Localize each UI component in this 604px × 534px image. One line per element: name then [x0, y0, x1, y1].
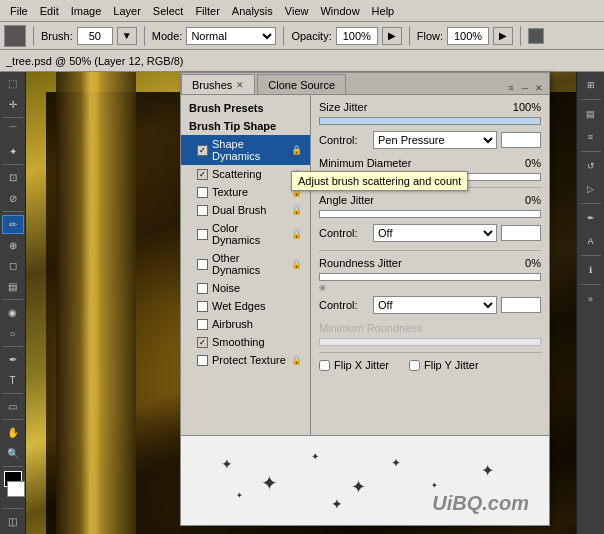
tool-magic-wand[interactable]: ✦	[2, 141, 24, 161]
brush-item-smoothing[interactable]: Smoothing	[181, 333, 310, 351]
flip-y-checkbox[interactable]	[409, 360, 420, 371]
checkbox-shape-dynamics[interactable]	[197, 145, 208, 156]
right-btn-history[interactable]: ↺	[580, 155, 602, 177]
mode-select[interactable]: Normal	[186, 27, 276, 45]
size-jitter-label: Size Jitter	[319, 101, 511, 113]
brush-tip-shape-header[interactable]: Brush Tip Shape	[181, 117, 310, 135]
control-input-3[interactable]	[501, 297, 541, 313]
checkbox-noise[interactable]	[197, 283, 208, 294]
checkbox-smoothing[interactable]	[197, 337, 208, 348]
star-3: ✦	[311, 451, 319, 462]
brush-item-shape-dynamics[interactable]: Shape Dynamics 🔒	[181, 135, 310, 165]
control-select-1[interactable]: Pen Pressure	[373, 131, 497, 149]
tool-dodge[interactable]: ○	[2, 323, 24, 343]
min-diameter-value: 0%	[511, 157, 541, 169]
file-title: _tree.psd @ 50% (Layer 12, RGB/8)	[6, 55, 183, 67]
flow-btn[interactable]: ▶	[493, 27, 513, 45]
menu-help[interactable]: Help	[366, 3, 401, 19]
angle-jitter-value: 0%	[511, 194, 541, 206]
tool-quickmask[interactable]: ◫	[2, 512, 24, 532]
control-input-1[interactable]	[501, 132, 541, 148]
tool-brush[interactable]: ✏	[2, 215, 24, 235]
flow-input[interactable]	[447, 27, 489, 45]
tool-text[interactable]: T	[2, 370, 24, 390]
right-btn-collapse[interactable]: »	[580, 288, 602, 310]
checkbox-airbrush[interactable]	[197, 319, 208, 330]
opacity-input[interactable]	[336, 27, 378, 45]
brush-item-scattering[interactable]: Scattering 🔒 Adjust brush scattering and…	[181, 165, 310, 183]
checkbox-protect-texture[interactable]	[197, 355, 208, 366]
brush-item-color-dynamics[interactable]: Color Dynamics 🔒	[181, 219, 310, 249]
right-btn-char[interactable]: A	[580, 230, 602, 252]
control-input-2[interactable]	[501, 225, 541, 241]
brush-item-airbrush[interactable]: Airbrush	[181, 315, 310, 333]
control-label-2: Control:	[319, 227, 369, 239]
menu-filter[interactable]: Filter	[189, 3, 225, 19]
brush-presets-header[interactable]: Brush Presets	[181, 99, 310, 117]
tool-crop[interactable]: ⊡	[2, 168, 24, 188]
lock-icon-color-dynamics: 🔒	[291, 229, 302, 239]
roundness-jitter-label: Roundness Jitter	[319, 257, 511, 269]
tab-brushes-close[interactable]: ✕	[236, 80, 244, 90]
right-btn-layers[interactable]: ▤	[580, 103, 602, 125]
panel-menu-icon[interactable]: ≡	[505, 82, 517, 94]
tool-lasso[interactable]: ⌒	[2, 121, 24, 141]
brush-item-protect-texture[interactable]: Protect Texture 🔒	[181, 351, 310, 369]
right-btn-info[interactable]: ℹ	[580, 259, 602, 281]
menu-view[interactable]: View	[279, 3, 315, 19]
size-jitter-row: Size Jitter 100%	[319, 101, 541, 113]
checkbox-dual-brush[interactable]	[197, 205, 208, 216]
brush-item-noise[interactable]: Noise	[181, 279, 310, 297]
tab-clone-source[interactable]: Clone Source	[257, 74, 346, 94]
tool-blur[interactable]: ◉	[2, 303, 24, 323]
tool-clone[interactable]: ⊕	[2, 235, 24, 255]
control-label-1: Control:	[319, 134, 369, 146]
opacity-btn[interactable]: ▶	[382, 27, 402, 45]
control-select-3[interactable]: Off	[373, 296, 497, 314]
toolbar: Brush: ▼ Mode: Normal Opacity: ▶ Flow: ▶	[0, 22, 604, 50]
brush-size-input[interactable]	[77, 27, 113, 45]
menu-window[interactable]: Window	[314, 3, 365, 19]
checkbox-color-dynamics[interactable]	[197, 229, 208, 240]
roundness-jitter-slider[interactable]	[319, 273, 541, 281]
airbrush-icon[interactable]	[528, 28, 544, 44]
brush-item-dual-brush[interactable]: Dual Brush 🔒	[181, 201, 310, 219]
checkbox-scattering[interactable]	[197, 169, 208, 180]
tool-move[interactable]: ✛	[2, 95, 24, 115]
checkbox-wet-edges[interactable]	[197, 301, 208, 312]
panel-close-icon[interactable]: ✕	[533, 82, 545, 94]
menu-edit[interactable]: Edit	[34, 3, 65, 19]
tool-eraser[interactable]: ◻	[2, 256, 24, 276]
tool-selection[interactable]: ⬚	[2, 74, 24, 94]
scattering-tooltip: Adjust brush scattering and count	[291, 171, 468, 191]
background-color[interactable]	[7, 481, 25, 497]
checkbox-texture[interactable]	[197, 187, 208, 198]
right-btn-navigator[interactable]: ⊞	[580, 74, 602, 96]
menu-file[interactable]: File	[4, 3, 34, 19]
size-jitter-slider[interactable]	[319, 117, 541, 125]
menu-analysis[interactable]: Analysis	[226, 3, 279, 19]
panel-minimize-icon[interactable]: ─	[519, 82, 531, 94]
control-select-2[interactable]: Off	[373, 224, 497, 242]
flip-x-checkbox[interactable]	[319, 360, 330, 371]
checkbox-other-dynamics[interactable]	[197, 259, 208, 270]
right-btn-paths[interactable]: ✒	[580, 207, 602, 229]
brush-item-wet-edges[interactable]: Wet Edges	[181, 297, 310, 315]
tool-hand[interactable]: ✋	[2, 423, 24, 443]
tool-shape[interactable]: ▭	[2, 397, 24, 417]
brush-size-btn[interactable]: ▼	[117, 27, 137, 45]
menu-image[interactable]: Image	[65, 3, 108, 19]
star-4: ✦	[351, 476, 366, 498]
tool-pen[interactable]: ✒	[2, 350, 24, 370]
brush-tool-icon[interactable]	[4, 25, 26, 47]
tool-eyedropper[interactable]: ⊘	[2, 188, 24, 208]
tool-gradient[interactable]: ▤	[2, 276, 24, 296]
right-btn-actions[interactable]: ▷	[580, 178, 602, 200]
tool-zoom[interactable]: 🔍	[2, 444, 24, 464]
right-btn-channels[interactable]: ≡	[580, 126, 602, 148]
menu-layer[interactable]: Layer	[107, 3, 147, 19]
menu-select[interactable]: Select	[147, 3, 190, 19]
angle-jitter-slider[interactable]	[319, 210, 541, 218]
tab-brushes[interactable]: Brushes ✕	[181, 74, 255, 94]
brush-item-other-dynamics[interactable]: Other Dynamics 🔒	[181, 249, 310, 279]
